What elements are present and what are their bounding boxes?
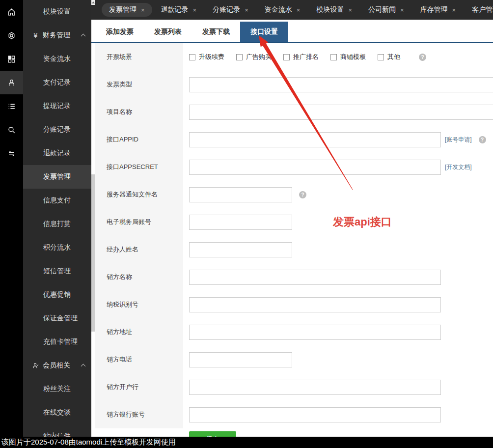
sidebar-group-members[interactable]: 会员相关 [23,354,91,377]
field-label: 发票类型 [95,71,183,98]
swap-icon[interactable] [0,141,23,165]
project-name-input[interactable] [189,105,493,120]
form-row: 销方银行账号 [91,401,493,428]
form-row: 电子税务局账号 [91,208,493,236]
checkbox[interactable] [236,54,243,60]
subtab-api-settings[interactable]: 接口设置 [240,22,288,42]
form-row: 销方电话 [91,346,493,373]
watermark-bar: 该图片于2025-07-08由taomodi上传至模板开发网使用 [0,437,493,448]
form-row: 开票场景 升级续费 广告购买 推广排名 商铺模板 其他 ? [91,43,493,71]
seller-bank-account-input[interactable] [189,407,441,422]
scrollbar-thumb[interactable] [91,174,95,332]
field-label: 经办人姓名 [95,236,183,263]
sidebar-item-refund-records[interactable]: 退款记录 [23,141,91,165]
field-label: 销方银行账号 [95,401,183,428]
form-row: 接口APPID [账号申请] ? [91,126,493,153]
tab-module-settings[interactable]: 模块设置× [309,3,359,17]
grid-icon[interactable] [0,47,23,71]
home-icon[interactable] [0,0,23,24]
sidebar-item-promotions[interactable]: 优惠促销 [23,283,91,307]
form-row: 接口APPSECRET [开发文档] [91,153,493,181]
close-icon[interactable]: × [193,6,197,14]
content-area: 发票管理× 退款记录× 分账记录× 资金流水× 模块设置× 公司新闻× 库存管理… [91,0,493,448]
notify-filename-input[interactable] [189,187,292,202]
sidebar-item-payment-records[interactable]: 支付记录 [23,71,91,94]
checkbox-other[interactable]: 其他 [378,53,400,61]
checkbox-upgrade-renew[interactable]: 升级续费 [189,53,224,61]
sidebar-item-split-records[interactable]: 分账记录 [23,118,91,141]
close-icon[interactable]: × [348,6,352,14]
sidebar-item-fans[interactable]: 粉丝关注 [23,377,91,401]
tab-fund-flow[interactable]: 资金流水× [257,3,308,17]
seller-phone-input[interactable] [189,352,292,367]
seller-address-input[interactable] [189,325,441,340]
subtab-add-invoice[interactable]: 添加发票 [96,22,144,42]
form-row: 项目名称 [91,98,493,126]
sidebar-item-info-reward[interactable]: 信息打赏 [23,212,91,236]
seller-name-input[interactable] [189,270,441,285]
sidebar-item-info-payment[interactable]: 信息支付 [23,189,91,212]
user-icon[interactable] [0,71,23,94]
tab-customer-management[interactable]: 客户管理× [465,3,493,17]
checkbox[interactable] [283,54,290,60]
handler-name-input[interactable] [189,242,292,257]
field-label: 接口APPSECRET [95,153,183,181]
close-icon[interactable]: × [400,6,404,14]
tab-split-records[interactable]: 分账记录× [205,3,256,17]
tab-refund-records[interactable]: 退款记录× [154,3,204,17]
field-label: 接口APPID [95,126,183,153]
members-icon [31,362,40,369]
list-icon[interactable] [0,94,23,118]
help-icon[interactable]: ? [419,54,426,61]
sidebar-item-module-settings[interactable]: 模块设置 [23,0,91,24]
chevron-up-icon [81,34,86,39]
help-icon[interactable]: ? [479,136,486,143]
tax-id-input[interactable] [189,297,441,312]
checkbox[interactable] [189,54,195,60]
sidebar-group-finance[interactable]: ¥ 财务管理 [23,24,91,47]
tab-invoice-management[interactable]: 发票管理× [102,3,152,17]
search-icon[interactable] [0,118,23,141]
sidebar-item-sms-management[interactable]: 短信管理 [23,259,91,283]
gear-icon[interactable] [0,24,23,47]
form-row: 销方名称 [91,263,493,291]
subtab-invoice-download[interactable]: 发票下载 [192,22,240,42]
close-icon[interactable]: × [245,6,248,14]
form-row: 服务器通知文件名 ? [91,181,493,208]
checkbox[interactable] [330,54,337,60]
close-icon[interactable]: × [452,6,456,14]
checkbox-shop-template[interactable]: 商铺模板 [330,53,366,61]
dev-docs-link[interactable]: [开发文档] [445,163,472,171]
chevron-up-icon [81,364,86,369]
open-tabs-bar: 发票管理× 退款记录× 分账记录× 资金流水× 模块设置× 公司新闻× 库存管理… [91,0,493,20]
scroll-up-arrow-icon[interactable] [91,0,95,5]
sidebar-item-points-flow[interactable]: 积分流水 [23,236,91,259]
checkbox-promo-ranking[interactable]: 推广排名 [283,53,319,61]
form-row: 纳税识别号 [91,291,493,318]
tab-company-news[interactable]: 公司新闻× [361,3,411,17]
invoice-type-input[interactable] [189,77,493,92]
app-window: 模块设置 ¥ 财务管理 资金流水 支付记录 提现记录 分账记录 退款记录 发票管… [0,0,493,448]
account-apply-link[interactable]: [账号申请] [445,136,472,144]
field-label: 开票场景 [95,43,183,71]
sidebar-item-fund-flow[interactable]: 资金流水 [23,47,91,71]
tab-inventory-management[interactable]: 库存管理× [413,3,464,17]
sidebar-item-invoice-management[interactable]: 发票管理 [23,165,91,189]
sidebar-item-online-chat[interactable]: 在线交谈 [23,401,91,424]
help-icon[interactable]: ? [299,191,306,198]
appid-input[interactable] [189,132,441,147]
checkbox-ad-purchase[interactable]: 广告购买 [236,53,272,61]
subtab-invoice-list[interactable]: 发票列表 [144,22,192,42]
seller-bank-input[interactable] [189,380,441,395]
close-icon[interactable]: × [297,6,301,14]
sidebar-item-withdraw-records[interactable]: 提现记录 [23,94,91,118]
yen-icon: ¥ [31,31,40,39]
close-icon[interactable]: × [141,6,145,14]
content-scrollbar[interactable] [91,0,95,448]
field-label: 电子税务局账号 [95,208,183,236]
sidebar-item-recharge-card[interactable]: 充值卡管理 [23,330,91,354]
appsecret-input[interactable] [189,160,441,175]
tax-bureau-account-input[interactable] [189,215,292,230]
checkbox[interactable] [378,54,384,60]
sidebar-item-deposit-management[interactable]: 保证金管理 [23,307,91,330]
